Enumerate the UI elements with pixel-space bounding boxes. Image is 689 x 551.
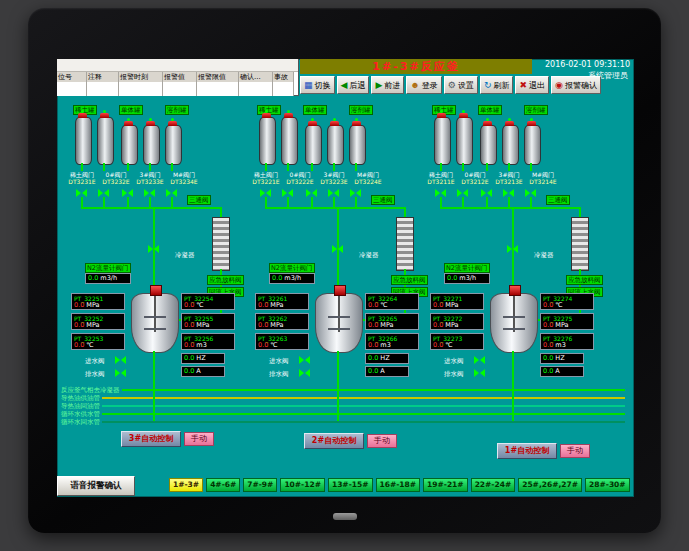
speed-value: 0.0 xyxy=(184,354,194,362)
alarm-column-header[interactable]: 事故 xyxy=(273,72,294,96)
tank-led-icon xyxy=(508,118,511,121)
reactor-outlet-pipe xyxy=(512,351,514,421)
switch-screen-icon: ▦ xyxy=(304,81,313,90)
pipe xyxy=(333,197,335,207)
manual-mode-button-3[interactable]: 手动 xyxy=(184,432,214,446)
feed-inlet-valve-icon[interactable] xyxy=(332,245,343,253)
feed-valve-icon[interactable] xyxy=(166,189,177,197)
auto-control-button-1[interactable]: 1#自动控制 xyxy=(497,443,557,459)
instrument-value: 0.0 xyxy=(543,341,553,349)
tank-cap-icon xyxy=(78,113,87,118)
screen-nav-button[interactable]: 7#-9# xyxy=(243,478,277,492)
screen-nav-button[interactable]: 28#-30# xyxy=(585,478,630,492)
screen-nav-button[interactable]: 4#-6# xyxy=(206,478,240,492)
valve-code: DT3232E xyxy=(98,178,134,185)
alarm-column-header[interactable]: 确认... xyxy=(239,72,273,96)
screen-nav-button[interactable]: 1#-3# xyxy=(169,478,203,492)
toolbar-button[interactable]: ✖ 退出 xyxy=(515,76,549,94)
instrument-value: 0.0 xyxy=(184,301,194,309)
instrument-unit: MPa xyxy=(445,321,458,329)
toolbar-button[interactable]: ☻ 登录 xyxy=(406,76,441,94)
feed-tank xyxy=(327,125,344,165)
toolbar-button[interactable]: ⚙ 设置 xyxy=(444,76,478,94)
feed-valve-icon[interactable] xyxy=(481,189,492,197)
feed-valve-icon[interactable] xyxy=(328,189,339,197)
feed-valve-icon[interactable] xyxy=(435,189,446,197)
toolbar-button[interactable]: ▶ 前进 xyxy=(371,76,404,94)
screen-nav-button[interactable]: 13#-15# xyxy=(328,478,373,492)
instrument-value-row: 0.0MPa xyxy=(368,322,416,329)
water-out-valve-icon[interactable] xyxy=(474,369,485,377)
auto-control-button-3[interactable]: 3#自动控制 xyxy=(121,431,181,447)
instrument-display: PT_322520.0MPa xyxy=(71,313,125,330)
instrument-value: 0.0 xyxy=(74,321,84,329)
valve-code: DT3222E xyxy=(282,178,318,185)
tank-cap-icon xyxy=(330,121,339,126)
pipe xyxy=(579,207,581,217)
manual-mode-button-2[interactable]: 手动 xyxy=(367,434,397,448)
water-out-valve-icon[interactable] xyxy=(115,369,126,377)
current-value: 0.0 xyxy=(184,367,194,375)
pipe xyxy=(530,197,532,207)
feed-inlet-valve-icon[interactable] xyxy=(507,245,518,253)
collector-pipe xyxy=(265,207,406,209)
feed-tank xyxy=(75,117,92,165)
pipe xyxy=(311,197,313,207)
current-value: 0.0 xyxy=(543,367,553,375)
auto-control-button-2[interactable]: 2#自动控制 xyxy=(304,433,364,449)
feed-valve-icon[interactable] xyxy=(503,189,514,197)
emergency-valve-label: 应急放料阀 xyxy=(566,275,603,285)
alarm-column-header[interactable]: 位号 xyxy=(57,72,87,96)
instrument-value: 0.0 xyxy=(433,321,443,329)
instrument-display: PT_322720.0MPa xyxy=(430,313,484,330)
speed-unit: HZ xyxy=(380,354,389,362)
water-out-valve-icon[interactable] xyxy=(299,369,310,377)
monitor-power-button[interactable] xyxy=(333,513,357,520)
toolbar-button[interactable]: ◉ 报警确认 xyxy=(551,76,601,94)
exit-icon: ✖ xyxy=(519,81,527,90)
water-in-valve-icon[interactable] xyxy=(299,356,310,364)
feed-valve-icon[interactable] xyxy=(350,189,361,197)
water-in-label: 进水阀 xyxy=(444,357,464,365)
instrument-display: PT_322730.0℃ xyxy=(430,333,484,350)
screen-nav-button[interactable]: 22#-24# xyxy=(471,478,516,492)
alarm-column-header[interactable]: 报警时刻 xyxy=(119,72,163,96)
alarm-column-header[interactable]: 报警值 xyxy=(163,72,197,96)
feed-valve-icon[interactable] xyxy=(144,189,155,197)
toolbar-button[interactable]: ↻ 刷新 xyxy=(480,76,514,94)
screen-nav-button[interactable]: 19#-21# xyxy=(423,478,468,492)
water-in-valve-icon[interactable] xyxy=(474,356,485,364)
toolbar-button[interactable]: ◀ 后退 xyxy=(337,76,370,94)
screen-nav-button[interactable]: 10#-12# xyxy=(280,478,325,492)
feed-valve-label: 3#阀门DT3223E xyxy=(316,171,352,185)
feed-valve-icon[interactable] xyxy=(76,189,87,197)
feed-valve-icon[interactable] xyxy=(122,189,133,197)
current-unit: A xyxy=(196,367,200,375)
tank-led-icon xyxy=(311,118,314,121)
instrument-unit: ℃ xyxy=(196,301,203,309)
instrument-unit: m3 xyxy=(555,341,565,349)
instrument-value: 0.0 xyxy=(74,301,84,309)
tank-led-icon xyxy=(103,110,106,113)
agitator-shaft xyxy=(338,296,340,332)
water-in-valve-icon[interactable] xyxy=(115,356,126,364)
feed-valve-icon[interactable] xyxy=(260,189,271,197)
feed-valve-icon[interactable] xyxy=(306,189,317,197)
voice-alarm-ack-button[interactable]: 语音报警确认 xyxy=(57,476,135,496)
feed-valve-icon[interactable] xyxy=(282,189,293,197)
alarm-column-header[interactable]: 报警限值 xyxy=(197,72,239,96)
feed-valve-icon[interactable] xyxy=(525,189,536,197)
instrument-display: PT_322550.0MPa xyxy=(181,313,235,330)
instrument-value: 0.0 xyxy=(184,341,194,349)
toolbar-button[interactable]: ▦ 切换 xyxy=(300,76,335,94)
screen-nav-button[interactable]: 25#,26#,27# xyxy=(518,478,582,492)
feed-valve-icon[interactable] xyxy=(457,189,468,197)
instrument-value-row: 0.0MPa xyxy=(433,322,481,329)
feed-valve-icon[interactable] xyxy=(98,189,109,197)
screen-nav-button[interactable]: 16#-18# xyxy=(376,478,421,492)
tank-group-label: 溶剂罐 xyxy=(524,105,548,115)
alarm-column-header[interactable]: 注释 xyxy=(87,72,119,96)
manual-mode-button-1[interactable]: 手动 xyxy=(560,444,590,458)
instrument-unit: ℃ xyxy=(445,341,452,349)
feed-inlet-valve-icon[interactable] xyxy=(148,245,159,253)
